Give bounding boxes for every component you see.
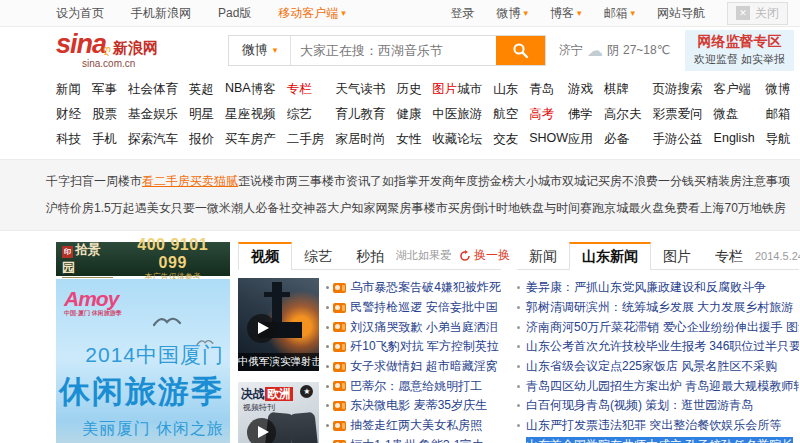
nav-link-论坛[interactable]: 论坛	[457, 131, 482, 148]
video-list-item[interactable]: 东决微电影 麦蒂35岁庆生	[326, 396, 501, 416]
nav-link-搜索[interactable]: 搜索	[678, 81, 703, 98]
nav-link-科技[interactable]: 科技	[56, 131, 81, 148]
news-list-item[interactable]: 山东公考首次允许技校毕业生报考 346职位过半只要男性	[517, 337, 799, 357]
strip-link[interactable]: 沪特价房1.5万起	[46, 200, 135, 217]
nav-link-手机[interactable]: 手机	[92, 131, 117, 148]
tab-新闻[interactable]: 新闻	[517, 242, 569, 269]
weather-widget[interactable]: 济宁 ☁ 阴 27~18℃	[559, 41, 670, 60]
nav-link-健康[interactable]: 健康	[396, 106, 421, 123]
nav-link-综艺[interactable]: 综艺	[287, 106, 325, 123]
nav-link-公益[interactable]: 公益	[678, 131, 703, 148]
tab-山东新闻[interactable]: 山东新闻	[569, 242, 651, 270]
topbar-link-邮箱[interactable]: 邮箱▾	[603, 5, 635, 22]
nav-link-NBA[interactable]: NBA	[225, 81, 251, 98]
strip-link[interactable]: 看二手房买卖猫腻	[142, 173, 238, 190]
nav-link-军事[interactable]: 军事	[92, 81, 117, 98]
nav-link-明星[interactable]: 明星	[189, 106, 214, 123]
nav-link-股票[interactable]: 股票	[92, 106, 117, 123]
nav-link-中医[interactable]: 中医	[432, 106, 457, 123]
refresh-button[interactable]: 换一换	[459, 247, 510, 264]
nav-link-邮箱[interactable]: 邮箱	[766, 106, 791, 123]
nav-link-航空[interactable]: 航空	[493, 106, 518, 123]
nav-link-视频[interactable]: 视频	[251, 106, 276, 123]
video-extra-link[interactable]: 湖北如果爱	[396, 248, 451, 263]
nav-link-微博[interactable]: 微博	[766, 81, 791, 98]
nav-link-高尔夫[interactable]: 高尔夫	[604, 106, 642, 123]
nav-link-交友[interactable]: 交友	[493, 131, 518, 148]
tab-图片[interactable]: 图片	[651, 242, 703, 269]
nav-link-彩票[interactable]: 彩票	[653, 106, 678, 123]
strip-link[interactable]: 上海70万地铁房	[701, 200, 786, 217]
nav-link-历史[interactable]: 历史	[396, 81, 421, 98]
video-list-item[interactable]: 刘汉痛哭致歉 小弟当庭洒泪	[326, 317, 501, 337]
nav-link-英超[interactable]: 英超	[189, 81, 214, 98]
news-list-item[interactable]: 青岛四区幼儿园招生方案出炉 青岛迎最大规模教师轮岗	[517, 376, 799, 396]
nav-link-佛学[interactable]: 佛学	[568, 106, 593, 123]
nav-link-专栏[interactable]: 专栏	[287, 81, 325, 98]
tab-综艺[interactable]: 综艺	[292, 242, 344, 269]
video-thumbnail-uefa[interactable]: 决战欧洲 ★ 视频特刊 欧冠决赛预热视频特刊	[238, 382, 319, 443]
strip-link[interactable]: 地铁盘与时间赛跑	[508, 200, 604, 217]
sina-logo[interactable]: sinaღ新浪网 sina.com.cn	[56, 31, 214, 69]
ad-banner-small[interactable]: 印拾景园 400 9101 099 本广告仅供参考	[56, 242, 230, 276]
strip-link[interactable]: 楼市资讯了如指掌	[322, 173, 418, 190]
ad-banner-main[interactable]: Amoy 中国·厦门 休闲旅游季 2014中国厦门 休闲旅游季 美丽厦门 休闲之…	[56, 279, 230, 443]
nav-link-棋牌[interactable]: 棋牌	[604, 81, 642, 98]
nav-link-星座[interactable]: 星座	[225, 106, 251, 123]
nav-link-时尚[interactable]: 时尚	[360, 131, 385, 148]
nav-link-探索[interactable]: 探索	[128, 131, 153, 148]
topbar-link-Pad版[interactable]: Pad版	[218, 5, 251, 22]
topbar-link-微博[interactable]: 微博▾	[496, 5, 528, 22]
nav-link-游戏[interactable]: 游戏	[568, 81, 593, 98]
nav-link-女性[interactable]: 女性	[396, 131, 421, 148]
nav-link-图片[interactable]: 图片	[432, 81, 457, 98]
nav-link-必备[interactable]: 必备	[604, 131, 642, 148]
nav-link-山东[interactable]: 山东	[493, 81, 518, 98]
video-list-item[interactable]: 巴蒂尔：愿意给姚明打工	[326, 376, 501, 396]
nav-link-城市[interactable]: 城市	[457, 81, 482, 98]
nav-link-English[interactable]: English	[714, 131, 755, 148]
nav-link-报价[interactable]: 报价	[189, 131, 214, 148]
search-category-dropdown[interactable]: 微博 ▾	[229, 36, 291, 65]
topbar-link-设为首页[interactable]: 设为首页	[56, 5, 104, 22]
tab-秒拍[interactable]: 秒拍	[344, 242, 396, 269]
strip-link[interactable]: 遇美女只要一微米	[135, 200, 231, 217]
nav-link-买车[interactable]: 买车	[225, 131, 251, 148]
strip-link[interactable]: 歪说楼市两三事	[238, 173, 322, 190]
video-list-item[interactable]: 女子求做情妇 超市暗藏淫窝	[326, 357, 501, 377]
topbar-link-移动客户端[interactable]: 移动客户端▾	[278, 5, 346, 22]
search-button[interactable]	[496, 36, 545, 65]
news-list-item[interactable]: 山东省级会议定点225家饭店 风景名胜区不采购	[517, 357, 799, 377]
nav-link-家居[interactable]: 家居	[335, 131, 360, 148]
strip-link[interactable]: 潮人必备社交神器	[231, 200, 327, 217]
nav-link-社会[interactable]: 社会	[128, 81, 153, 98]
nav-link-读书[interactable]: 读书	[360, 81, 385, 98]
close-button[interactable]: ✕关闭	[727, 2, 788, 25]
nav-link-汽车[interactable]: 汽车	[153, 131, 178, 148]
nav-link-教育[interactable]: 教育	[360, 106, 385, 123]
nav-link-收藏[interactable]: 收藏	[432, 131, 457, 148]
nav-link-体育[interactable]: 体育	[153, 81, 178, 98]
nav-link-育儿[interactable]: 育儿	[335, 106, 360, 123]
topbar-link-博客[interactable]: 博客▾	[550, 5, 582, 22]
news-list-item[interactable]: 山东严打发票违法犯罪 突出整治餐饮娱乐会所等	[517, 416, 799, 436]
nav-link-房产[interactable]: 房产	[251, 131, 276, 148]
news-list-item[interactable]: 山东首个国学院在曲师大成立 孔子嫡孙任名誉院长	[517, 436, 799, 443]
strip-link[interactable]: 开发商年度捞金榜	[418, 173, 514, 190]
video-list-item[interactable]: 恒大1-1贵州 鲁能3-1富力	[326, 436, 501, 443]
strip-link[interactable]: 买房不浪费一分钱	[598, 173, 694, 190]
network-supervision-box[interactable]: 网络监督专区 欢迎监督 如实举报	[685, 30, 794, 71]
nav-link-二手房[interactable]: 二手房	[287, 131, 325, 148]
nav-link-基金[interactable]: 基金	[128, 106, 153, 123]
nav-link-高考[interactable]: 高考	[529, 106, 568, 123]
nav-link-导航[interactable]: 导航	[766, 131, 791, 148]
video-list-item[interactable]: 乌市暴恐案告破4嫌犯被炸死	[326, 278, 501, 298]
video-thumbnail-warship[interactable]: 中俄军演实弹射击现场	[238, 278, 319, 371]
topbar-link-登录[interactable]: 登录	[450, 5, 474, 22]
nav-link-微盘[interactable]: 微盘	[714, 106, 755, 123]
nav-link-手游[interactable]: 手游	[653, 131, 678, 148]
video-list-item[interactable]: 歼10飞豹对抗 军方控制英拉	[326, 337, 501, 357]
nav-link-爱问[interactable]: 爱问	[678, 106, 703, 123]
strip-link[interactable]: 买精装房注意事项	[694, 173, 790, 190]
topbar-link-网站导航[interactable]: 网站导航	[657, 5, 705, 22]
